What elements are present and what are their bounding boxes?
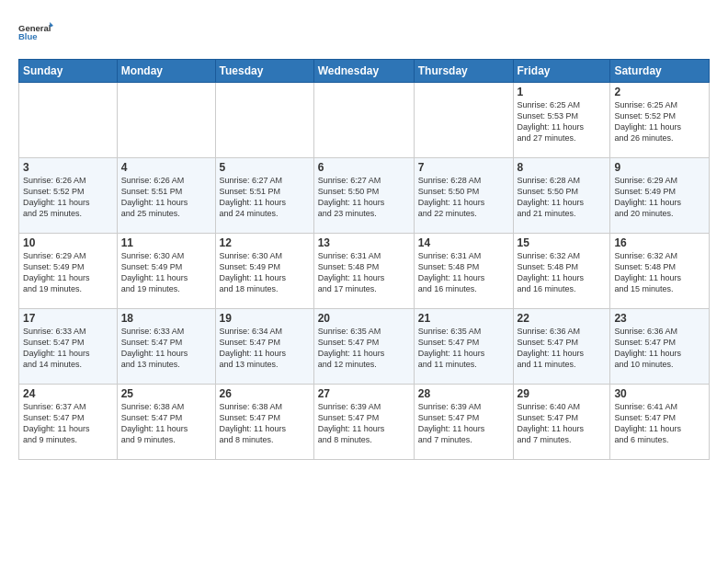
- weekday-header-row: SundayMondayTuesdayWednesdayThursdayFrid…: [19, 60, 710, 83]
- weekday-header-cell: Monday: [117, 60, 215, 83]
- day-info: Sunrise: 6:34 AM Sunset: 5:47 PM Dayligh…: [220, 326, 310, 371]
- calendar-table: SundayMondayTuesdayWednesdayThursdayFrid…: [18, 59, 710, 460]
- day-info: Sunrise: 6:36 AM Sunset: 5:47 PM Dayligh…: [614, 326, 705, 371]
- day-number: 29: [518, 387, 607, 400]
- day-info: Sunrise: 6:27 AM Sunset: 5:50 PM Dayligh…: [318, 175, 410, 220]
- day-info: Sunrise: 6:30 AM Sunset: 5:49 PM Dayligh…: [220, 250, 310, 295]
- calendar-week-row: 10Sunrise: 6:29 AM Sunset: 5:49 PM Dayli…: [19, 234, 710, 309]
- day-number: 15: [518, 236, 607, 249]
- svg-text:Blue: Blue: [18, 31, 38, 41]
- calendar-week-row: 17Sunrise: 6:33 AM Sunset: 5:47 PM Dayli…: [19, 309, 710, 385]
- day-info: Sunrise: 6:32 AM Sunset: 5:48 PM Dayligh…: [518, 250, 607, 295]
- calendar-day-cell: 8Sunrise: 6:28 AM Sunset: 5:50 PM Daylig…: [513, 158, 610, 234]
- calendar-day-cell: 20Sunrise: 6:35 AM Sunset: 5:47 PM Dayli…: [313, 309, 414, 385]
- day-info: Sunrise: 6:33 AM Sunset: 5:47 PM Dayligh…: [23, 326, 113, 371]
- calendar-day-cell: 4Sunrise: 6:26 AM Sunset: 5:51 PM Daylig…: [117, 158, 215, 234]
- day-number: 12: [220, 236, 310, 249]
- calendar-day-cell: [215, 83, 313, 158]
- weekday-header-cell: Sunday: [19, 60, 118, 83]
- weekday-header-cell: Wednesday: [313, 60, 414, 83]
- calendar-body: 1Sunrise: 6:25 AM Sunset: 5:53 PM Daylig…: [19, 83, 710, 460]
- day-number: 30: [614, 387, 705, 400]
- calendar-day-cell: 6Sunrise: 6:27 AM Sunset: 5:50 PM Daylig…: [313, 158, 414, 234]
- calendar-day-cell: 7Sunrise: 6:28 AM Sunset: 5:50 PM Daylig…: [414, 158, 513, 234]
- weekday-header-cell: Saturday: [610, 60, 710, 83]
- calendar-day-cell: 9Sunrise: 6:29 AM Sunset: 5:49 PM Daylig…: [610, 158, 710, 234]
- day-info: Sunrise: 6:32 AM Sunset: 5:48 PM Dayligh…: [614, 250, 705, 295]
- calendar-day-cell: [19, 83, 118, 158]
- day-info: Sunrise: 6:29 AM Sunset: 5:49 PM Dayligh…: [614, 175, 705, 220]
- day-number: 17: [23, 312, 113, 325]
- day-number: 18: [121, 312, 211, 325]
- day-info: Sunrise: 6:25 AM Sunset: 5:53 PM Dayligh…: [518, 99, 607, 144]
- weekday-header-cell: Friday: [513, 60, 610, 83]
- day-number: 21: [418, 312, 509, 325]
- calendar-day-cell: 13Sunrise: 6:31 AM Sunset: 5:48 PM Dayli…: [313, 234, 414, 309]
- calendar-day-cell: 30Sunrise: 6:41 AM Sunset: 5:47 PM Dayli…: [610, 385, 710, 460]
- calendar-day-cell: 27Sunrise: 6:39 AM Sunset: 5:47 PM Dayli…: [313, 385, 414, 460]
- calendar-day-cell: 5Sunrise: 6:27 AM Sunset: 5:51 PM Daylig…: [215, 158, 313, 234]
- day-number: 28: [418, 387, 509, 400]
- day-info: Sunrise: 6:28 AM Sunset: 5:50 PM Dayligh…: [518, 175, 607, 220]
- day-number: 1: [518, 86, 607, 98]
- day-info: Sunrise: 6:26 AM Sunset: 5:51 PM Dayligh…: [121, 175, 211, 220]
- calendar-day-cell: 29Sunrise: 6:40 AM Sunset: 5:47 PM Dayli…: [513, 385, 610, 460]
- calendar-day-cell: 15Sunrise: 6:32 AM Sunset: 5:48 PM Dayli…: [513, 234, 610, 309]
- day-number: 13: [318, 236, 410, 249]
- calendar-day-cell: 24Sunrise: 6:37 AM Sunset: 5:47 PM Dayli…: [19, 385, 118, 460]
- weekday-header-cell: Thursday: [414, 60, 513, 83]
- header: General Blue: [18, 15, 710, 50]
- day-info: Sunrise: 6:25 AM Sunset: 5:52 PM Dayligh…: [614, 99, 705, 144]
- day-info: Sunrise: 6:30 AM Sunset: 5:49 PM Dayligh…: [121, 250, 211, 295]
- calendar-day-cell: 23Sunrise: 6:36 AM Sunset: 5:47 PM Dayli…: [610, 309, 710, 385]
- calendar-day-cell: 17Sunrise: 6:33 AM Sunset: 5:47 PM Dayli…: [19, 309, 118, 385]
- calendar-day-cell: 3Sunrise: 6:26 AM Sunset: 5:52 PM Daylig…: [19, 158, 118, 234]
- day-number: 3: [23, 161, 113, 174]
- day-number: 20: [318, 312, 410, 325]
- day-number: 2: [614, 86, 705, 98]
- logo-svg: General Blue: [18, 15, 53, 50]
- day-number: 5: [220, 161, 310, 174]
- day-number: 27: [318, 387, 410, 400]
- calendar-week-row: 1Sunrise: 6:25 AM Sunset: 5:53 PM Daylig…: [19, 83, 710, 158]
- calendar-day-cell: 19Sunrise: 6:34 AM Sunset: 5:47 PM Dayli…: [215, 309, 313, 385]
- day-number: 16: [614, 236, 705, 249]
- day-number: 19: [220, 312, 310, 325]
- day-info: Sunrise: 6:27 AM Sunset: 5:51 PM Dayligh…: [220, 175, 310, 220]
- day-info: Sunrise: 6:39 AM Sunset: 5:47 PM Dayligh…: [418, 401, 509, 446]
- day-info: Sunrise: 6:28 AM Sunset: 5:50 PM Dayligh…: [418, 175, 509, 220]
- calendar-day-cell: 11Sunrise: 6:30 AM Sunset: 5:49 PM Dayli…: [117, 234, 215, 309]
- day-number: 9: [614, 161, 705, 174]
- calendar-day-cell: 18Sunrise: 6:33 AM Sunset: 5:47 PM Dayli…: [117, 309, 215, 385]
- day-number: 6: [318, 161, 410, 174]
- calendar-day-cell: 12Sunrise: 6:30 AM Sunset: 5:49 PM Dayli…: [215, 234, 313, 309]
- calendar-day-cell: [414, 83, 513, 158]
- day-info: Sunrise: 6:31 AM Sunset: 5:48 PM Dayligh…: [318, 250, 410, 295]
- day-number: 8: [518, 161, 607, 174]
- calendar-day-cell: 1Sunrise: 6:25 AM Sunset: 5:53 PM Daylig…: [513, 83, 610, 158]
- day-info: Sunrise: 6:38 AM Sunset: 5:47 PM Dayligh…: [220, 401, 310, 446]
- page: General Blue SundayMondayTuesdayWednesda…: [0, 0, 728, 469]
- day-number: 24: [23, 387, 113, 400]
- day-number: 14: [418, 236, 509, 249]
- calendar-day-cell: 22Sunrise: 6:36 AM Sunset: 5:47 PM Dayli…: [513, 309, 610, 385]
- day-number: 11: [121, 236, 211, 249]
- day-number: 4: [121, 161, 211, 174]
- calendar-week-row: 3Sunrise: 6:26 AM Sunset: 5:52 PM Daylig…: [19, 158, 710, 234]
- calendar-day-cell: 14Sunrise: 6:31 AM Sunset: 5:48 PM Dayli…: [414, 234, 513, 309]
- day-number: 10: [23, 236, 113, 249]
- day-info: Sunrise: 6:41 AM Sunset: 5:47 PM Dayligh…: [614, 401, 705, 446]
- calendar-day-cell: 2Sunrise: 6:25 AM Sunset: 5:52 PM Daylig…: [610, 83, 710, 158]
- calendar-day-cell: 16Sunrise: 6:32 AM Sunset: 5:48 PM Dayli…: [610, 234, 710, 309]
- day-info: Sunrise: 6:39 AM Sunset: 5:47 PM Dayligh…: [318, 401, 410, 446]
- day-info: Sunrise: 6:37 AM Sunset: 5:47 PM Dayligh…: [23, 401, 113, 446]
- svg-marker-2: [50, 22, 53, 28]
- calendar-day-cell: 21Sunrise: 6:35 AM Sunset: 5:47 PM Dayli…: [414, 309, 513, 385]
- calendar-week-row: 24Sunrise: 6:37 AM Sunset: 5:47 PM Dayli…: [19, 385, 710, 460]
- day-number: 7: [418, 161, 509, 174]
- day-info: Sunrise: 6:33 AM Sunset: 5:47 PM Dayligh…: [121, 326, 211, 371]
- day-info: Sunrise: 6:26 AM Sunset: 5:52 PM Dayligh…: [23, 175, 113, 220]
- day-number: 23: [614, 312, 705, 325]
- day-number: 25: [121, 387, 211, 400]
- day-info: Sunrise: 6:31 AM Sunset: 5:48 PM Dayligh…: [418, 250, 509, 295]
